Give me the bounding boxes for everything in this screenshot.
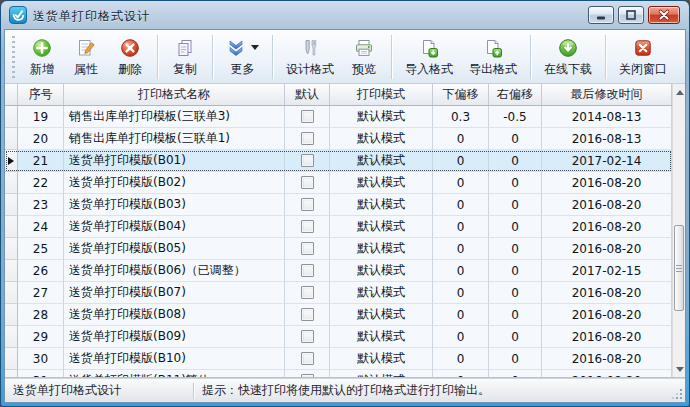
cell-print-mode: 默认模式: [330, 128, 433, 150]
column-header[interactable]: 打印模式: [330, 84, 433, 105]
cell-right-offset: 0: [489, 370, 542, 377]
properties-button[interactable]: 属性: [64, 33, 108, 81]
column-header[interactable]: 右偏移: [489, 84, 542, 105]
table-row[interactable]: 28送货单打印模版(B08)默认模式002016-08-20: [5, 304, 672, 326]
copy-button[interactable]: 复制: [163, 33, 207, 81]
cell-format-name: 送货单打印模版(B01): [64, 150, 285, 172]
default-checkbox[interactable]: [301, 176, 314, 189]
column-header[interactable]: 序号: [18, 84, 64, 105]
cell-default: [285, 282, 330, 304]
toolbar-button-label: 关闭窗口: [619, 61, 667, 78]
vertical-scrollbar[interactable]: [672, 84, 685, 377]
table-row[interactable]: 21送货单打印模版(B01)默认模式002017-02-14: [5, 150, 672, 172]
cell-seq: 26: [18, 260, 64, 282]
column-header[interactable]: 默认: [285, 84, 330, 105]
table-row[interactable]: 24送货单打印模版(B04)默认模式002016-08-20: [5, 216, 672, 238]
table-row[interactable]: 25送货单打印模版(B05)默认模式002016-08-20: [5, 238, 672, 260]
default-checkbox[interactable]: [301, 198, 314, 211]
export-format-button[interactable]: 导出格式: [461, 33, 525, 81]
cell-seq: 24: [18, 216, 64, 238]
statusbar-title: 送货单打印格式设计: [13, 382, 193, 399]
row-header-cell[interactable]: [5, 194, 18, 216]
toolbar-grip[interactable]: [12, 36, 15, 78]
cell-seq: 30: [18, 348, 64, 370]
cell-right-offset: 0: [489, 326, 542, 348]
default-checkbox[interactable]: [301, 374, 314, 377]
row-header-cell[interactable]: [5, 128, 18, 150]
close-button[interactable]: [648, 6, 680, 24]
cell-default: [285, 326, 330, 348]
current-row-indicator-icon: [8, 157, 14, 165]
cell-down-offset: 0: [433, 282, 489, 304]
default-checkbox[interactable]: [301, 110, 314, 123]
default-checkbox[interactable]: [301, 242, 314, 255]
design-format-button[interactable]: 设计格式: [278, 33, 342, 81]
table-row[interactable]: 23送货单打印模版(B03)默认模式002016-08-20: [5, 194, 672, 216]
default-checkbox[interactable]: [301, 352, 314, 365]
toolbar-separator: [391, 35, 392, 79]
row-header-cell[interactable]: [5, 348, 18, 370]
cell-default: [285, 370, 330, 377]
table-row[interactable]: 31送货单打印模版(B11)繁体默认模式002016-08-20: [5, 370, 672, 377]
row-header-cell[interactable]: [5, 370, 18, 377]
scroll-up-icon: [676, 90, 684, 95]
cell-format-name: 销售出库单打印模板(三联单1): [64, 128, 285, 150]
row-indicator-header: [5, 84, 18, 105]
row-header-cell[interactable]: [5, 216, 18, 238]
column-header[interactable]: 下偏移: [433, 84, 489, 105]
table-row[interactable]: 30送货单打印模版(B10)默认模式002016-08-20: [5, 348, 672, 370]
minimize-button[interactable]: [588, 6, 614, 24]
row-header-cell[interactable]: [5, 150, 18, 172]
close-window-button[interactable]: 关闭窗口: [611, 33, 675, 81]
cell-right-offset: -0.5: [489, 106, 542, 128]
row-header-cell[interactable]: [5, 304, 18, 326]
cell-right-offset: 0: [489, 172, 542, 194]
default-checkbox[interactable]: [301, 220, 314, 233]
cell-format-name: 送货单打印模版(B09): [64, 326, 285, 348]
default-checkbox[interactable]: [301, 330, 314, 343]
row-header-cell[interactable]: [5, 282, 18, 304]
cell-modified-date: 2016-08-20: [542, 326, 672, 348]
properties-icon: [76, 37, 96, 59]
scrollbar-thumb[interactable]: [674, 225, 684, 311]
table-row[interactable]: 19销售出库单打印模板(三联单3)默认模式0.3-0.52014-08-13: [5, 106, 672, 128]
cell-print-mode: 默认模式: [330, 304, 433, 326]
cell-right-offset: 0: [489, 150, 542, 172]
maximize-button[interactable]: [618, 6, 644, 24]
scroll-up-button[interactable]: [673, 84, 685, 100]
table-row[interactable]: 20销售出库单打印模板(三联单1)默认模式002016-08-13: [5, 128, 672, 150]
add-button[interactable]: 新增: [20, 33, 64, 81]
dropdown-icon: [251, 45, 259, 50]
online-download-button[interactable]: 在线下载: [536, 33, 600, 81]
table-row[interactable]: 22送货单打印模版(B02)默认模式002016-08-20: [5, 172, 672, 194]
row-header-cell[interactable]: [5, 238, 18, 260]
table-row[interactable]: 27送货单打印模版(B07)默认模式002016-08-20: [5, 282, 672, 304]
scroll-down-icon: [676, 367, 684, 372]
delete-button[interactable]: 删除: [108, 33, 152, 81]
column-header[interactable]: 打印格式名称: [64, 84, 285, 105]
resize-grip-icon[interactable]: [671, 388, 683, 400]
row-header-cell[interactable]: [5, 106, 18, 128]
row-header-cell[interactable]: [5, 260, 18, 282]
toolbar-button-label: 导入格式: [405, 61, 453, 78]
column-header[interactable]: 最后修改时间: [542, 84, 672, 105]
row-header-cell[interactable]: [5, 172, 18, 194]
default-checkbox[interactable]: [301, 132, 314, 145]
default-checkbox[interactable]: [301, 264, 314, 277]
cell-modified-date: 2016-08-20: [542, 348, 672, 370]
default-checkbox[interactable]: [301, 154, 314, 167]
import-icon: [419, 37, 439, 59]
cell-format-name: 送货单打印模版(B10): [64, 348, 285, 370]
preview-button[interactable]: 预览: [342, 33, 386, 81]
import-format-button[interactable]: 导入格式: [397, 33, 461, 81]
default-checkbox[interactable]: [301, 286, 314, 299]
minimize-icon: [593, 7, 609, 23]
table-row[interactable]: 29送货单打印模版(B09)默认模式002016-08-20: [5, 326, 672, 348]
delete-icon: [120, 37, 140, 59]
row-header-cell[interactable]: [5, 326, 18, 348]
scroll-down-button[interactable]: [673, 361, 685, 377]
table-row[interactable]: 26送货单打印模版(B06)（已调整）默认模式002017-02-15: [5, 260, 672, 282]
cell-print-mode: 默认模式: [330, 194, 433, 216]
default-checkbox[interactable]: [301, 308, 314, 321]
more-button[interactable]: 更多: [218, 33, 267, 81]
